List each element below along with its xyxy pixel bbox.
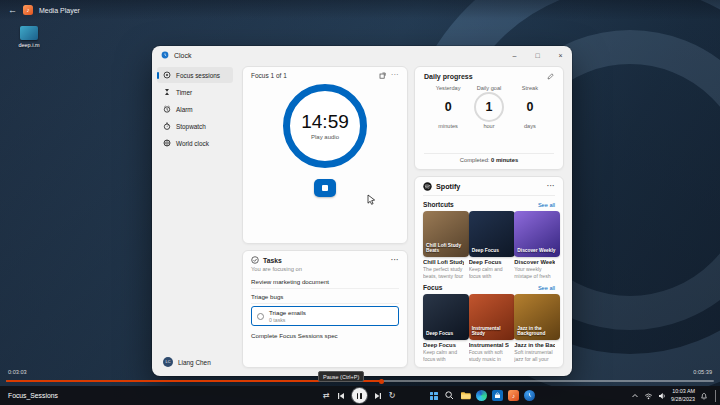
clock-app-icon bbox=[161, 51, 169, 59]
back-icon[interactable]: ← bbox=[8, 6, 17, 15]
media-player-title: Media Player bbox=[39, 7, 80, 14]
focus-timer-ring: 14:59 Play audio bbox=[283, 84, 367, 168]
user-name: Liang Chen bbox=[178, 359, 211, 366]
hidden-icons-chevron-icon[interactable] bbox=[631, 392, 639, 400]
spotify-tile[interactable]: Deep Focus Deep Focus Keep calm and focu… bbox=[423, 294, 464, 362]
tasks-more-icon[interactable]: ··· bbox=[391, 257, 399, 264]
store-icon[interactable] bbox=[492, 390, 503, 401]
goal-progress-ring: 1 bbox=[474, 92, 504, 122]
playback-controls: ⇄ ↻ bbox=[323, 386, 395, 405]
daily-progress-title: Daily progress bbox=[424, 73, 473, 80]
desktop: ← ♪ Media Player deep.i.m Clock – □ × bbox=[0, 0, 720, 405]
sidebar-item-world-clock[interactable]: World clock bbox=[157, 135, 233, 151]
focus-session-header: Focus 1 of 1 bbox=[251, 72, 287, 79]
clock-window: Clock – □ × Focus sessions bbox=[152, 46, 572, 376]
completed-summary: Completed: 0 minutes bbox=[424, 153, 554, 164]
avatar: LC bbox=[163, 357, 173, 367]
show-desktop-button[interactable] bbox=[715, 390, 717, 402]
clock-titlebar[interactable]: Clock – □ × bbox=[152, 46, 572, 64]
search-icon[interactable] bbox=[444, 390, 455, 401]
library-item-label: deep.i.m bbox=[18, 42, 39, 48]
window-controls: – □ × bbox=[503, 46, 572, 64]
taskbar: Focus_Sessions ⇄ ↻ bbox=[0, 386, 720, 405]
spotify-tile[interactable]: Discover Weekly Discover Weekly Your wee… bbox=[514, 211, 555, 279]
task-label: Triage bugs bbox=[251, 293, 283, 300]
see-all-link[interactable]: See all bbox=[538, 285, 555, 291]
album-cover: Jazz in the Background bbox=[514, 294, 560, 340]
sidebar-item-focus-sessions[interactable]: Focus sessions bbox=[157, 67, 233, 83]
sidebar-item-label: Stopwatch bbox=[176, 123, 206, 130]
close-button[interactable]: × bbox=[549, 46, 572, 64]
tasks-title: Tasks bbox=[263, 257, 282, 264]
sidebar-item-stopwatch[interactable]: Stopwatch bbox=[157, 118, 233, 134]
task-label: Complete Focus Sessions spec bbox=[251, 332, 338, 339]
window-title: Clock bbox=[174, 52, 192, 59]
taskbar-app-icons: ♪ bbox=[428, 386, 535, 405]
spotify-more-icon[interactable]: ··· bbox=[547, 183, 555, 190]
clock-icon[interactable] bbox=[524, 390, 535, 401]
task-meta: 0 tasks bbox=[269, 317, 306, 323]
media-player-titlebar: ← ♪ Media Player bbox=[0, 0, 720, 20]
focusing-on-label: You are focusing on bbox=[251, 266, 399, 272]
sidebar-item-label: Alarm bbox=[176, 106, 193, 113]
spotify-tile[interactable]: Jazz in the Background Jazz in the Backg… bbox=[514, 294, 555, 362]
sidebar-item-alarm[interactable]: Alarm bbox=[157, 101, 233, 117]
pause-tooltip: Pause (Ctrl+P) bbox=[318, 371, 364, 382]
elapsed-time: 0:03:03 bbox=[8, 369, 27, 375]
store-bag-icon bbox=[493, 391, 502, 400]
album-cover: Discover Weekly bbox=[514, 211, 560, 257]
play-audio-label[interactable]: Play audio bbox=[311, 134, 339, 140]
system-tray: 10:03 AM 9/28/2023 bbox=[631, 386, 717, 405]
task-item[interactable]: Triage bugs bbox=[251, 289, 399, 304]
repeat-icon[interactable]: ↻ bbox=[389, 392, 396, 400]
sidebar-item-label: Timer bbox=[176, 89, 192, 96]
spotify-tile[interactable]: Chill Lofi Study Beats Chill Lofi Study … bbox=[423, 211, 464, 279]
minimize-button[interactable]: – bbox=[503, 46, 526, 64]
spotify-icon bbox=[423, 182, 432, 191]
notification-bell-icon[interactable] bbox=[700, 392, 708, 400]
shuffle-icon[interactable]: ⇄ bbox=[323, 392, 330, 400]
stat-daily-goal: Daily goal 1 hour bbox=[469, 85, 509, 129]
tasks-card: Tasks ··· You are focusing on Review mar… bbox=[242, 250, 408, 368]
next-icon[interactable] bbox=[374, 392, 382, 400]
library-item-thumbnail bbox=[20, 26, 38, 40]
task-item-selected[interactable]: Triage emails 0 tasks bbox=[251, 306, 399, 326]
more-options-icon[interactable]: ··· bbox=[391, 72, 399, 79]
stat-yesterday: Yesterday 0 minutes bbox=[428, 85, 468, 129]
tray-clock[interactable]: 10:03 AM 9/28/2023 bbox=[671, 388, 695, 402]
shortcuts-heading: Shortcuts bbox=[423, 201, 454, 208]
alarm-icon bbox=[163, 105, 171, 113]
edit-pencil-icon[interactable] bbox=[547, 73, 554, 80]
now-playing-title: Focus_Sessions bbox=[8, 386, 58, 405]
start-icon[interactable] bbox=[428, 390, 439, 401]
signed-in-user[interactable]: LC Liang Chen bbox=[157, 354, 233, 370]
task-checkbox[interactable] bbox=[257, 313, 264, 320]
total-duration: 0:05:39 bbox=[693, 369, 712, 375]
task-item[interactable]: Review marketing document bbox=[251, 274, 399, 289]
library-item[interactable]: deep.i.m bbox=[10, 26, 48, 48]
focus-heading: Focus bbox=[423, 284, 442, 291]
see-all-link[interactable]: See all bbox=[538, 202, 555, 208]
file-explorer-icon[interactable] bbox=[460, 390, 471, 401]
pause-button[interactable] bbox=[352, 388, 367, 403]
maximize-button[interactable]: □ bbox=[526, 46, 549, 64]
clock-sidebar: Focus sessions Timer Alarm bbox=[152, 64, 238, 376]
stop-session-button[interactable] bbox=[314, 179, 336, 197]
seek-handle[interactable] bbox=[379, 379, 384, 384]
album-cover: Deep Focus bbox=[423, 294, 469, 340]
popout-icon[interactable] bbox=[379, 72, 386, 79]
spotify-tile[interactable]: Instrumental Study Instrumental Study Fo… bbox=[469, 294, 510, 362]
stopwatch-icon bbox=[163, 122, 171, 130]
sidebar-item-timer[interactable]: Timer bbox=[157, 84, 233, 100]
wifi-icon[interactable] bbox=[644, 392, 653, 400]
task-item[interactable]: Complete Focus Sessions spec bbox=[251, 328, 399, 343]
previous-icon[interactable] bbox=[337, 392, 345, 400]
tasks-check-icon bbox=[251, 256, 259, 264]
focus-timer-remaining: 14:59 bbox=[301, 112, 349, 131]
album-cover: Instrumental Study bbox=[469, 294, 515, 340]
sidebar-item-label: Focus sessions bbox=[176, 72, 220, 79]
volume-icon[interactable] bbox=[658, 392, 666, 400]
edge-icon[interactable] bbox=[476, 390, 487, 401]
media-player-icon[interactable]: ♪ bbox=[508, 390, 519, 401]
spotify-tile[interactable]: Deep Focus Deep Focus Keep calm and focu… bbox=[469, 211, 510, 279]
